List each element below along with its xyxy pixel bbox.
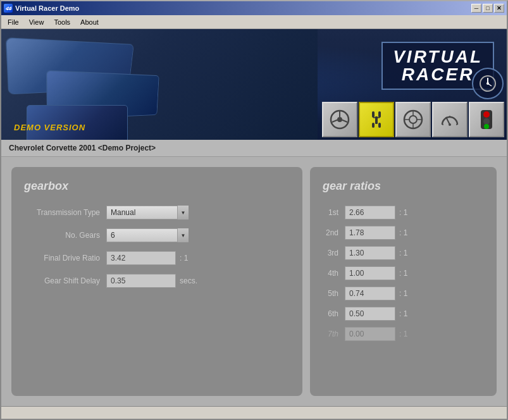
gear-input-7 (345, 327, 395, 341)
gear-label-7: 7th (323, 330, 345, 338)
gear-row-2: 2nd : 1 (323, 226, 484, 240)
title-bar-left: 🏎 Virtual Racer Demo (4, 4, 79, 13)
gear-row-7: 7th : 1 (323, 327, 484, 341)
gear-input-2[interactable] (345, 226, 395, 240)
final-drive-suffix: : 1 (180, 254, 188, 262)
gear-label-4: 4th (323, 269, 345, 278)
menu-bar: File View Tools About (1, 15, 507, 29)
gear-shift-row: Gear Shift Delay secs. (24, 274, 290, 288)
main-window: 🏎 Virtual Racer Demo ─ □ ✕ File View Too… (0, 0, 508, 420)
final-drive-row: Final Drive Ratio : 1 (24, 251, 290, 265)
gear-suffix-6: : 1 (399, 309, 407, 318)
gear-suffix-3: : 1 (399, 249, 407, 257)
gearbox-button[interactable] (359, 102, 394, 137)
vr-logo: VIRTUAL RACER (381, 42, 494, 90)
gear-label-2: 2nd (323, 228, 345, 237)
gear-input-6[interactable] (345, 307, 395, 321)
gear-suffix-4: : 1 (399, 269, 407, 278)
svg-point-28 (483, 118, 490, 125)
project-title-bar: Chevrolet Corvette 2001 <Demo Project> (1, 140, 507, 157)
project-title-text: Chevrolet Corvette 2001 <Demo Project> (9, 144, 156, 152)
gear-input-1[interactable] (345, 206, 395, 219)
panels-area: gearbox Transmission Type Manual Automat… (1, 157, 507, 406)
no-gears-label: No. Gears (24, 231, 106, 240)
final-drive-input[interactable] (106, 251, 176, 265)
gear-suffix-2: : 1 (399, 228, 407, 237)
no-gears-select[interactable]: 4 5 6 7 (106, 228, 189, 242)
svg-point-5 (337, 117, 342, 122)
svg-line-7 (332, 120, 338, 123)
gears-select-wrapper: 4 5 6 7 ▼ (106, 228, 189, 242)
gear-input-3[interactable] (345, 246, 395, 260)
gear-shift-label: Gear Shift Delay (24, 276, 106, 285)
logo-line1: VIRTUAL (393, 48, 483, 66)
svg-point-29 (484, 124, 489, 129)
gear-ratios-panel: gear ratios 1st : 1 2nd : 1 (310, 167, 497, 396)
gear-suffix-7: : 1 (399, 330, 407, 338)
transmission-type-label: Transmission Type (24, 208, 106, 217)
header-banner: DEMO VERSION VIRTUAL RACER (1, 29, 507, 140)
transmission-type-select[interactable]: Manual Automatic Semi-Auto (106, 206, 189, 219)
gear-input-4[interactable] (345, 266, 395, 280)
transmission-type-row: Transmission Type Manual Automatic Semi-… (24, 206, 290, 219)
gear-label-6: 6th (323, 309, 345, 318)
svg-rect-9 (372, 111, 375, 118)
menu-file[interactable]: File (3, 17, 24, 27)
svg-point-22 (449, 123, 451, 126)
steering-button[interactable] (322, 102, 357, 137)
gear-ratios-table: 1st : 1 2nd : 1 3rd : 1 (323, 206, 484, 341)
status-bar (1, 406, 507, 419)
svg-line-21 (446, 117, 450, 125)
menu-tools[interactable]: Tools (49, 17, 75, 27)
final-drive-label: Final Drive Ratio (24, 254, 106, 262)
gear-input-5[interactable] (345, 287, 395, 300)
gear-shift-suffix: secs. (180, 276, 197, 285)
svg-rect-12 (372, 123, 375, 128)
gear-shift-input[interactable] (106, 274, 176, 288)
toolbar (319, 99, 507, 140)
gear-label-3: 3rd (323, 249, 345, 257)
logo-line2: RACER (393, 66, 483, 83)
minimize-button[interactable]: ─ (471, 4, 481, 13)
gear-suffix-5: : 1 (399, 289, 407, 298)
transmission-select-wrapper: Manual Automatic Semi-Auto ▼ (106, 206, 189, 219)
title-bar: 🏎 Virtual Racer Demo ─ □ ✕ (1, 1, 507, 15)
close-button[interactable]: ✕ (494, 4, 504, 13)
logo-clock-icon (472, 68, 504, 99)
gear-row-3: 3rd : 1 (323, 246, 484, 260)
svg-point-27 (483, 111, 490, 118)
logo-box: VIRTUAL RACER (381, 42, 494, 90)
app-icon: 🏎 (4, 4, 13, 13)
svg-point-3 (486, 82, 489, 85)
gear-label-5: 5th (323, 289, 345, 298)
maximize-button[interactable]: □ (483, 4, 493, 13)
menu-view[interactable]: View (24, 17, 49, 27)
svg-point-16 (409, 116, 417, 123)
content-area: Chevrolet Corvette 2001 <Demo Project> g… (1, 140, 507, 406)
gear-row-5: 5th : 1 (323, 287, 484, 300)
wheel-button[interactable] (395, 102, 431, 137)
gear-row-4: 4th : 1 (323, 266, 484, 280)
title-controls: ─ □ ✕ (471, 4, 504, 13)
gear-label-1: 1st (323, 208, 345, 217)
gear-row-1: 1st : 1 (323, 206, 484, 219)
gearbox-panel: gearbox Transmission Type Manual Automat… (11, 167, 302, 396)
gear-suffix-1: : 1 (399, 208, 407, 217)
svg-line-8 (342, 120, 348, 123)
gear-ratios-panel-title: gear ratios (323, 180, 484, 193)
traffic-light-button[interactable] (469, 102, 504, 137)
gearbox-panel-title: gearbox (24, 180, 290, 193)
svg-rect-10 (378, 111, 381, 118)
svg-rect-13 (378, 123, 381, 128)
window-title: Virtual Racer Demo (15, 4, 79, 12)
no-gears-row: No. Gears 4 5 6 7 ▼ (24, 228, 290, 242)
menu-about[interactable]: About (75, 17, 104, 27)
gear-row-6: 6th : 1 (323, 307, 484, 321)
demo-version-label: DEMO VERSION (14, 123, 85, 132)
gauge-button[interactable] (432, 102, 468, 137)
